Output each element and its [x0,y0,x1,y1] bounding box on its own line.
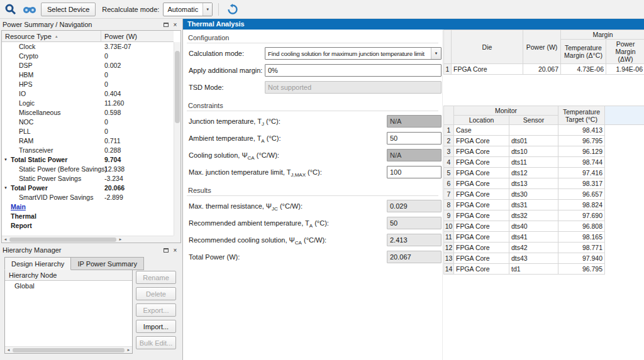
recalculate-button[interactable] [225,2,241,17]
table-row[interactable]: 14 FPGA Core td1 96.795 [444,264,644,275]
expand-icon[interactable]: ▼ [4,155,8,165]
tree-row[interactable]: ▼ Main [2,202,174,212]
die-cell[interactable]: FPGA Core [452,64,523,75]
row-number[interactable]: 12 [444,243,454,253]
scrollbar-thumb[interactable] [13,348,125,352]
temperature-target-cell[interactable]: 98.744 [558,157,605,168]
row-number[interactable]: 10 [444,221,454,232]
table-row[interactable]: 12 FPGA Core dts42 98.771 [444,243,644,253]
scrollbar-thumb[interactable] [175,51,180,123]
column-header-resource-type[interactable]: Resource Type ▲ [2,31,101,42]
tree-row[interactable]: ▼ Crypto 0 [2,52,174,61]
table-row[interactable]: 6 FPGA Core dts13 98.317 [444,178,644,189]
expand-icon[interactable]: ▼ [4,183,8,193]
chevron-down-icon[interactable]: ▼ [431,48,441,59]
form-field[interactable]: N/A ▼ [387,115,441,128]
tree-row[interactable]: ▼ Clock 3.73E-07 [2,42,174,52]
tree-row[interactable]: ▼ Thermal [2,212,174,221]
table-row[interactable]: 13 FPGA Core dts43 97.940 [444,253,644,264]
column-header-power[interactable]: Power (W) [101,31,174,42]
table-row[interactable]: 7 FPGA Core dts30 96.657 [444,189,644,200]
temperature-target-cell[interactable]: 98.413 [558,125,605,136]
tree-row[interactable]: ▼ PLL 0 [2,127,174,136]
location-cell[interactable]: FPGA Core [454,264,509,275]
sensor-cell[interactable]: dts10 [509,146,558,157]
row-number[interactable]: 6 [444,178,454,189]
temperature-target-cell[interactable]: 96.657 [558,189,605,200]
float-panel-button[interactable] [161,246,170,254]
sensor-cell[interactable]: td1 [509,264,558,275]
hierarchy-action-button[interactable]: Export... [136,303,176,317]
float-panel-button[interactable] [161,20,170,29]
sensor-cell[interactable]: dts32 [509,210,558,221]
table-row[interactable]: 1 FPGA Core 20.067 4.73E-06 1.94E-06 [444,64,644,75]
hierarchy-action-button[interactable]: Import... [136,320,176,333]
form-field[interactable]: N/A ▼ [387,149,441,161]
sensor-cell[interactable]: dts13 [509,178,558,189]
table-row[interactable]: 8 FPGA Core dts31 98.824 [444,200,644,210]
form-field[interactable]: 100 ▼ [387,166,441,178]
location-cell[interactable]: FPGA Core [454,136,509,146]
vertical-scrollbar[interactable] [174,42,180,236]
scroll-right-icon[interactable]: ► [117,237,124,241]
temperature-target-cell[interactable]: 98.317 [558,178,605,189]
location-cell[interactable]: FPGA Core [454,146,509,157]
row-number[interactable]: 9 [444,210,454,221]
sensor-cell[interactable]: dts42 [509,243,558,253]
scroll-right-icon[interactable]: ► [125,348,132,352]
row-number[interactable]: 8 [444,200,454,210]
column-header-hierarchy-node[interactable]: Hierarchy Node [5,270,132,281]
sensor-cell[interactable]: dts40 [509,221,558,232]
sensor-cell[interactable]: dts11 [509,157,558,168]
temperature-target-cell[interactable]: 96.129 [558,146,605,157]
location-cell[interactable]: FPGA Core [454,253,509,264]
hierarchy-action-button[interactable]: Delete [136,287,176,300]
table-row[interactable]: 1 Case 98.413 [444,125,644,136]
temperature-target-cell[interactable]: 96.808 [558,221,605,232]
tree-row[interactable]: ▼ SmartVID Power Savings -2.899 [2,193,174,202]
temperature-target-cell[interactable]: 98.771 [558,243,605,253]
tree-row[interactable]: ▼ Logic 11.260 [2,99,174,108]
sensor-cell[interactable]: dts43 [509,253,558,264]
row-number[interactable]: 14 [444,264,454,275]
row-number[interactable]: 5 [444,168,454,178]
tree-row[interactable]: ▼ Transceiver 0.288 [2,146,174,155]
location-cell[interactable]: FPGA Core [454,243,509,253]
location-cell[interactable]: FPGA Core [454,232,509,243]
table-row[interactable]: 11 FPGA Core dts41 98.165 [444,232,644,243]
row-number[interactable]: 3 [444,146,454,157]
table-row[interactable]: 3 FPGA Core dts10 96.129 [444,146,644,157]
temperature-target-cell[interactable]: 96.795 [558,264,605,275]
hierarchy-action-button[interactable]: Rename [136,271,176,284]
temperature-target-cell[interactable]: 97.416 [558,168,605,178]
scroll-left-icon[interactable]: ◄ [2,237,9,241]
row-number[interactable]: 1 [444,125,454,136]
tree-row[interactable]: Global [5,281,132,291]
sensor-cell[interactable]: dts41 [509,232,558,243]
tree-row[interactable]: ▼ Static Power Savings -3.234 [2,174,174,183]
form-field[interactable]: Not supported ▼ [265,81,441,94]
location-cell[interactable]: Case [454,125,509,136]
form-field[interactable]: Find cooling solution for maximum juncti… [265,47,441,60]
temperature-target-cell[interactable]: 97.690 [558,210,605,221]
tree-row[interactable]: ▼ DSP 0.002 [2,61,174,70]
horizontal-scrollbar[interactable]: ◄ ► [5,346,132,353]
sensor-cell[interactable] [509,125,558,136]
temperature-target-cell[interactable]: 97.940 [558,253,605,264]
location-cell[interactable]: FPGA Core [454,221,509,232]
location-cell[interactable]: FPGA Core [454,200,509,210]
table-row[interactable]: 9 FPGA Core dts32 97.690 [444,210,644,221]
row-number[interactable]: 2 [444,136,454,146]
select-device-button[interactable]: Select Device [41,3,96,16]
row-number[interactable]: 11 [444,232,454,243]
tree-row[interactable]: ▼ Report [2,221,174,231]
form-field[interactable]: 0% ▼ [265,64,441,77]
tree-row[interactable]: ▼ Total Power 20.066 [2,183,174,193]
table-row[interactable]: 5 FPGA Core dts12 97.416 [444,168,644,178]
table-row[interactable]: 10 FPGA Core dts40 96.808 [444,221,644,232]
power-margin-cell[interactable]: 1.94E-06 [606,64,644,75]
tree-row[interactable]: ▼ Static Power (Before Savings) 12.938 [2,165,174,174]
location-cell[interactable]: FPGA Core [454,178,509,189]
tree-row[interactable]: ▼ HPS 0 [2,80,174,89]
scroll-left-icon[interactable]: ◄ [5,348,12,352]
